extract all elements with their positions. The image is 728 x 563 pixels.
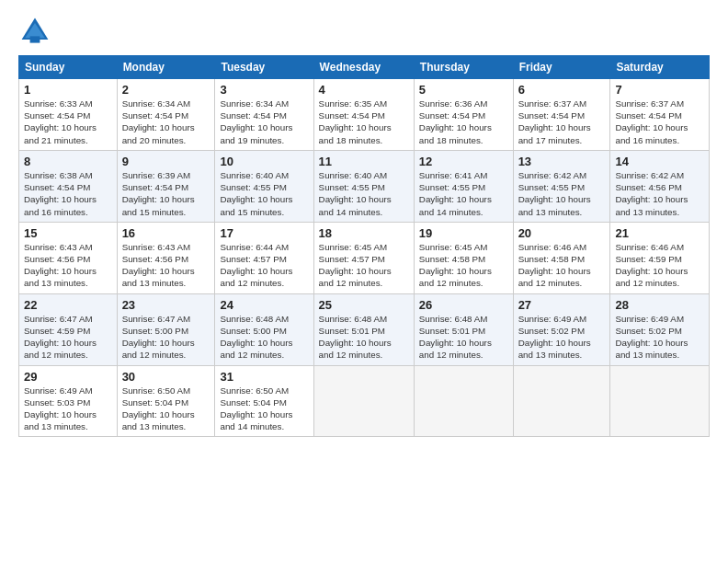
day-number: 22 bbox=[24, 298, 112, 312]
calendar-header-wednesday: Wednesday bbox=[313, 56, 414, 79]
calendar-week-row: 22Sunrise: 6:47 AM Sunset: 4:59 PM Dayli… bbox=[19, 293, 710, 365]
calendar-cell: 11Sunrise: 6:40 AM Sunset: 4:55 PM Dayli… bbox=[313, 150, 414, 222]
calendar-cell: 29Sunrise: 6:49 AM Sunset: 5:03 PM Dayli… bbox=[19, 365, 118, 437]
calendar-header-saturday: Saturday bbox=[610, 56, 710, 79]
day-number: 7 bbox=[615, 83, 704, 97]
day-info: Sunrise: 6:45 AM Sunset: 4:58 PM Dayligh… bbox=[419, 241, 508, 290]
day-info: Sunrise: 6:48 AM Sunset: 5:01 PM Dayligh… bbox=[419, 313, 508, 362]
day-info: Sunrise: 6:49 AM Sunset: 5:02 PM Dayligh… bbox=[518, 313, 606, 362]
calendar-cell: 19Sunrise: 6:45 AM Sunset: 4:58 PM Dayli… bbox=[414, 222, 513, 293]
day-number: 6 bbox=[518, 83, 606, 97]
calendar: SundayMondayTuesdayWednesdayThursdayFrid… bbox=[18, 55, 710, 437]
day-number: 29 bbox=[24, 370, 112, 384]
day-info: Sunrise: 6:50 AM Sunset: 5:04 PM Dayligh… bbox=[122, 385, 210, 433]
day-number: 13 bbox=[518, 155, 606, 168]
calendar-cell: 2Sunrise: 6:34 AM Sunset: 4:54 PM Daylig… bbox=[117, 79, 215, 151]
day-info: Sunrise: 6:42 AM Sunset: 4:55 PM Dayligh… bbox=[518, 169, 606, 218]
calendar-cell: 25Sunrise: 6:48 AM Sunset: 5:01 PM Dayli… bbox=[313, 293, 414, 365]
day-info: Sunrise: 6:48 AM Sunset: 5:00 PM Dayligh… bbox=[220, 313, 308, 362]
day-info: Sunrise: 6:33 AM Sunset: 4:54 PM Dayligh… bbox=[24, 98, 112, 146]
calendar-cell: 23Sunrise: 6:47 AM Sunset: 5:00 PM Dayli… bbox=[117, 293, 215, 365]
calendar-week-row: 1Sunrise: 6:33 AM Sunset: 4:54 PM Daylig… bbox=[19, 79, 710, 151]
day-number: 30 bbox=[122, 370, 210, 384]
calendar-cell bbox=[313, 365, 414, 437]
calendar-cell: 5Sunrise: 6:36 AM Sunset: 4:54 PM Daylig… bbox=[414, 79, 513, 151]
calendar-header-row: SundayMondayTuesdayWednesdayThursdayFrid… bbox=[19, 56, 710, 79]
day-number: 15 bbox=[24, 226, 112, 240]
day-number: 31 bbox=[220, 370, 308, 384]
day-info: Sunrise: 6:38 AM Sunset: 4:54 PM Dayligh… bbox=[24, 169, 112, 218]
day-info: Sunrise: 6:37 AM Sunset: 4:54 PM Dayligh… bbox=[615, 98, 704, 146]
day-number: 25 bbox=[319, 298, 409, 312]
day-number: 5 bbox=[419, 83, 508, 97]
day-info: Sunrise: 6:39 AM Sunset: 4:54 PM Dayligh… bbox=[122, 169, 210, 218]
calendar-header-friday: Friday bbox=[513, 56, 610, 79]
day-number: 20 bbox=[518, 226, 606, 240]
day-info: Sunrise: 6:43 AM Sunset: 4:56 PM Dayligh… bbox=[122, 241, 210, 290]
day-info: Sunrise: 6:43 AM Sunset: 4:56 PM Dayligh… bbox=[24, 241, 112, 290]
day-info: Sunrise: 6:40 AM Sunset: 4:55 PM Dayligh… bbox=[319, 169, 409, 218]
calendar-header-monday: Monday bbox=[117, 56, 215, 79]
day-number: 1 bbox=[24, 83, 112, 97]
calendar-cell: 4Sunrise: 6:35 AM Sunset: 4:54 PM Daylig… bbox=[313, 79, 414, 151]
day-number: 11 bbox=[319, 155, 409, 168]
calendar-header-sunday: Sunday bbox=[19, 56, 118, 79]
day-info: Sunrise: 6:47 AM Sunset: 4:59 PM Dayligh… bbox=[24, 313, 112, 362]
day-info: Sunrise: 6:45 AM Sunset: 4:57 PM Dayligh… bbox=[319, 241, 409, 290]
page: SundayMondayTuesdayWednesdayThursdayFrid… bbox=[0, 0, 728, 563]
day-info: Sunrise: 6:44 AM Sunset: 4:57 PM Dayligh… bbox=[220, 241, 308, 290]
calendar-cell: 6Sunrise: 6:37 AM Sunset: 4:54 PM Daylig… bbox=[513, 79, 610, 151]
day-info: Sunrise: 6:35 AM Sunset: 4:54 PM Dayligh… bbox=[319, 98, 409, 146]
calendar-cell: 17Sunrise: 6:44 AM Sunset: 4:57 PM Dayli… bbox=[215, 222, 313, 293]
calendar-week-row: 15Sunrise: 6:43 AM Sunset: 4:56 PM Dayli… bbox=[19, 222, 710, 293]
calendar-cell: 16Sunrise: 6:43 AM Sunset: 4:56 PM Dayli… bbox=[117, 222, 215, 293]
calendar-cell: 20Sunrise: 6:46 AM Sunset: 4:58 PM Dayli… bbox=[513, 222, 610, 293]
calendar-cell: 15Sunrise: 6:43 AM Sunset: 4:56 PM Dayli… bbox=[19, 222, 118, 293]
calendar-cell: 10Sunrise: 6:40 AM Sunset: 4:55 PM Dayli… bbox=[215, 150, 313, 222]
svg-rect-2 bbox=[30, 36, 40, 42]
calendar-header-thursday: Thursday bbox=[414, 56, 513, 79]
day-number: 24 bbox=[220, 298, 308, 312]
calendar-cell: 7Sunrise: 6:37 AM Sunset: 4:54 PM Daylig… bbox=[610, 79, 710, 151]
calendar-body: 1Sunrise: 6:33 AM Sunset: 4:54 PM Daylig… bbox=[19, 79, 710, 437]
day-info: Sunrise: 6:47 AM Sunset: 5:00 PM Dayligh… bbox=[122, 313, 210, 362]
calendar-cell: 1Sunrise: 6:33 AM Sunset: 4:54 PM Daylig… bbox=[19, 79, 118, 151]
logo-icon bbox=[18, 15, 51, 48]
day-info: Sunrise: 6:34 AM Sunset: 4:54 PM Dayligh… bbox=[122, 98, 210, 146]
day-number: 10 bbox=[220, 155, 308, 168]
day-number: 19 bbox=[419, 226, 508, 240]
day-info: Sunrise: 6:48 AM Sunset: 5:01 PM Dayligh… bbox=[319, 313, 409, 362]
day-info: Sunrise: 6:40 AM Sunset: 4:55 PM Dayligh… bbox=[220, 169, 308, 218]
calendar-cell: 18Sunrise: 6:45 AM Sunset: 4:57 PM Dayli… bbox=[313, 222, 414, 293]
day-number: 4 bbox=[319, 83, 409, 97]
day-info: Sunrise: 6:36 AM Sunset: 4:54 PM Dayligh… bbox=[419, 98, 508, 146]
day-number: 12 bbox=[419, 155, 508, 168]
day-info: Sunrise: 6:49 AM Sunset: 5:03 PM Dayligh… bbox=[24, 385, 112, 433]
calendar-cell: 12Sunrise: 6:41 AM Sunset: 4:55 PM Dayli… bbox=[414, 150, 513, 222]
calendar-cell: 13Sunrise: 6:42 AM Sunset: 4:55 PM Dayli… bbox=[513, 150, 610, 222]
calendar-cell: 31Sunrise: 6:50 AM Sunset: 5:04 PM Dayli… bbox=[215, 365, 313, 437]
calendar-cell: 27Sunrise: 6:49 AM Sunset: 5:02 PM Dayli… bbox=[513, 293, 610, 365]
calendar-cell bbox=[513, 365, 610, 437]
day-number: 9 bbox=[122, 155, 210, 168]
calendar-header-tuesday: Tuesday bbox=[215, 56, 313, 79]
day-info: Sunrise: 6:50 AM Sunset: 5:04 PM Dayligh… bbox=[220, 385, 308, 433]
calendar-cell: 22Sunrise: 6:47 AM Sunset: 4:59 PM Dayli… bbox=[19, 293, 118, 365]
calendar-cell: 30Sunrise: 6:50 AM Sunset: 5:04 PM Dayli… bbox=[117, 365, 215, 437]
calendar-cell: 14Sunrise: 6:42 AM Sunset: 4:56 PM Dayli… bbox=[610, 150, 710, 222]
day-number: 3 bbox=[220, 83, 308, 97]
day-number: 8 bbox=[24, 155, 112, 168]
day-number: 27 bbox=[518, 298, 606, 312]
day-number: 18 bbox=[319, 226, 409, 240]
calendar-week-row: 8Sunrise: 6:38 AM Sunset: 4:54 PM Daylig… bbox=[19, 150, 710, 222]
calendar-week-row: 29Sunrise: 6:49 AM Sunset: 5:03 PM Dayli… bbox=[19, 365, 710, 437]
calendar-cell: 9Sunrise: 6:39 AM Sunset: 4:54 PM Daylig… bbox=[117, 150, 215, 222]
calendar-cell: 26Sunrise: 6:48 AM Sunset: 5:01 PM Dayli… bbox=[414, 293, 513, 365]
header bbox=[18, 15, 710, 48]
logo bbox=[18, 15, 55, 48]
calendar-cell: 8Sunrise: 6:38 AM Sunset: 4:54 PM Daylig… bbox=[19, 150, 118, 222]
day-info: Sunrise: 6:46 AM Sunset: 4:58 PM Dayligh… bbox=[518, 241, 606, 290]
day-info: Sunrise: 6:37 AM Sunset: 4:54 PM Dayligh… bbox=[518, 98, 606, 146]
calendar-cell: 21Sunrise: 6:46 AM Sunset: 4:59 PM Dayli… bbox=[610, 222, 710, 293]
day-info: Sunrise: 6:41 AM Sunset: 4:55 PM Dayligh… bbox=[419, 169, 508, 218]
